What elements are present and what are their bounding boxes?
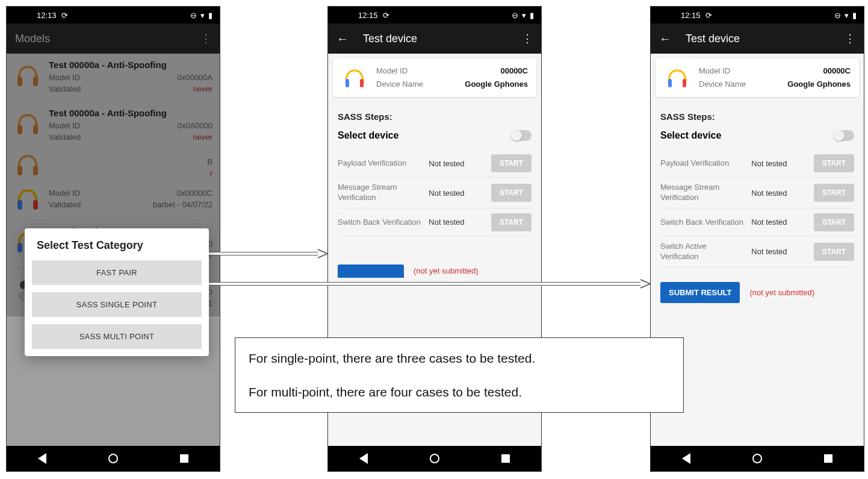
test-status: Not tested — [751, 247, 809, 256]
select-device-label: Select device — [660, 130, 721, 141]
app-bar: ← Test device ⋮ — [651, 23, 864, 54]
dialog-title: Select Test Category — [32, 239, 202, 252]
start-button[interactable]: START — [814, 184, 854, 202]
overflow-menu-icon[interactable]: ⋮ — [845, 32, 855, 45]
device-name-value: Google Gphones — [787, 78, 851, 91]
dnd-icon: ⊖ — [512, 11, 518, 20]
nav-bar — [7, 446, 220, 471]
svg-rect-13 — [346, 79, 349, 87]
start-button[interactable]: START — [491, 213, 532, 231]
app-bar: ← Test device ⋮ — [328, 23, 541, 54]
test-name: Switch Back Verification — [338, 218, 424, 228]
test-status: Not tested — [751, 159, 809, 168]
start-button[interactable]: START — [491, 184, 532, 202]
model-id-label: Model ID — [699, 64, 730, 78]
start-button[interactable]: START — [491, 154, 532, 172]
test-name: Switch Active Verification — [660, 242, 746, 262]
status-sync-icon: ⟳ — [705, 11, 712, 20]
battery-icon: ▮ — [852, 11, 857, 20]
nav-back-icon[interactable] — [682, 453, 690, 464]
select-device-toggle[interactable] — [511, 130, 532, 141]
app-bar: Models ⋮ — [7, 23, 220, 54]
status-bar: 12:15 ⟳ ⊖ ▾ ▮ — [328, 7, 541, 23]
back-arrow-icon[interactable]: ← — [659, 32, 671, 46]
sass-steps-title: SASS Steps: — [660, 111, 854, 122]
test-name: Payload Verification — [660, 158, 746, 169]
test-status: Not tested — [429, 159, 486, 168]
overflow-menu-icon[interactable]: ⋮ — [522, 32, 533, 45]
status-time: 12:15 — [358, 11, 378, 20]
start-button[interactable]: START — [814, 243, 854, 261]
status-sync-icon: ⟳ — [383, 11, 389, 20]
test-row: Switch Back Verification Not tested STAR… — [338, 208, 532, 237]
test-row: Message Stream Verification Not tested S… — [338, 178, 532, 208]
nav-home-icon[interactable] — [430, 454, 439, 463]
app-title: Models — [15, 33, 50, 45]
submit-note: (not yet submitted) — [414, 266, 479, 275]
nav-home-icon[interactable] — [108, 454, 118, 463]
test-row: Payload Verification Not tested START — [660, 149, 854, 178]
test-row: Message Stream Verification Not tested S… — [660, 178, 854, 208]
dnd-icon: ⊖ — [190, 11, 197, 20]
test-row: Switch Active Verification Not tested ST… — [660, 237, 854, 268]
arrow-multi-point — [205, 282, 642, 286]
model-id-value: 00000C — [500, 64, 528, 78]
sass-multi-point-button[interactable]: SASS MULTI POINT — [32, 324, 202, 349]
nav-recents-icon[interactable] — [501, 454, 510, 463]
battery-icon: ▮ — [530, 11, 534, 20]
dnd-icon: ⊖ — [834, 11, 841, 20]
svg-rect-16 — [683, 79, 686, 87]
wifi-icon: ▾ — [845, 11, 849, 20]
overflow-menu-icon[interactable]: ⋮ — [200, 32, 211, 45]
caption-line-2: For multi-point, there are four cases to… — [249, 383, 670, 402]
arrow-head-icon — [318, 249, 329, 258]
test-name: Message Stream Verification — [338, 183, 424, 203]
sass-steps-title: SASS Steps: — [338, 111, 532, 122]
tests-list: Payload Verification Not tested START Me… — [660, 149, 854, 268]
wifi-icon: ▾ — [200, 11, 205, 20]
test-row: Payload Verification Not tested START — [338, 149, 532, 178]
test-status: Not tested — [751, 189, 809, 198]
nav-home-icon[interactable] — [752, 454, 762, 463]
device-name-value: Google Gphones — [465, 78, 528, 91]
start-button[interactable]: START — [814, 213, 854, 231]
device-card: Model ID00000C Device NameGoogle Gphones — [333, 58, 536, 97]
model-id-label: Model ID — [376, 64, 408, 78]
status-sync-icon: ⟳ — [61, 11, 68, 20]
submit-note: (not yet submitted) — [749, 288, 814, 297]
status-time: 12:15 — [681, 11, 701, 20]
nav-back-icon[interactable] — [359, 453, 368, 464]
test-name: Message Stream Verification — [660, 183, 746, 203]
status-time: 12:13 — [37, 11, 57, 20]
back-arrow-icon[interactable]: ← — [336, 32, 349, 46]
status-bar: 12:13 ⟳ ⊖ ▾ ▮ — [7, 7, 220, 23]
caption-line-1: For single-point, there are three cases … — [249, 349, 670, 368]
select-device-label: Select device — [338, 130, 398, 141]
test-status: Not tested — [751, 218, 809, 227]
start-button[interactable]: START — [814, 154, 854, 172]
status-icons: ⊖ ▾ ▮ — [834, 11, 857, 20]
device-name-label: Device Name — [699, 78, 746, 91]
status-bar: 12:15 ⟳ ⊖ ▾ ▮ — [651, 7, 864, 23]
nav-back-icon[interactable] — [38, 453, 46, 464]
model-id-value: 00000C — [823, 64, 851, 78]
svg-rect-15 — [668, 79, 672, 87]
device-card: Model ID00000C Device NameGoogle Gphones — [656, 58, 859, 97]
nav-recents-icon[interactable] — [824, 454, 832, 463]
submit-result-button[interactable] — [338, 265, 404, 278]
app-title: Test device — [686, 33, 740, 45]
submit-result-button[interactable]: SUBMIT RESULT — [660, 282, 740, 303]
test-row: Switch Back Verification Not tested STAR… — [660, 208, 854, 237]
headphones-icon — [664, 64, 690, 91]
select-device-toggle[interactable] — [834, 130, 854, 141]
fast-pair-button[interactable]: FAST PAIR — [32, 260, 202, 285]
test-status: Not tested — [429, 218, 486, 227]
test-status: Not tested — [429, 189, 486, 198]
device-name-label: Device Name — [376, 78, 423, 91]
nav-bar — [328, 446, 541, 471]
nav-recents-icon[interactable] — [180, 454, 188, 463]
nav-bar — [651, 446, 864, 471]
status-icons: ⊖ ▾ ▮ — [512, 11, 534, 20]
content: Test 00000a - Anti-Spoofing Model ID0x00… — [7, 54, 220, 446]
sass-single-point-button[interactable]: SASS SINGLE POINT — [32, 292, 202, 317]
